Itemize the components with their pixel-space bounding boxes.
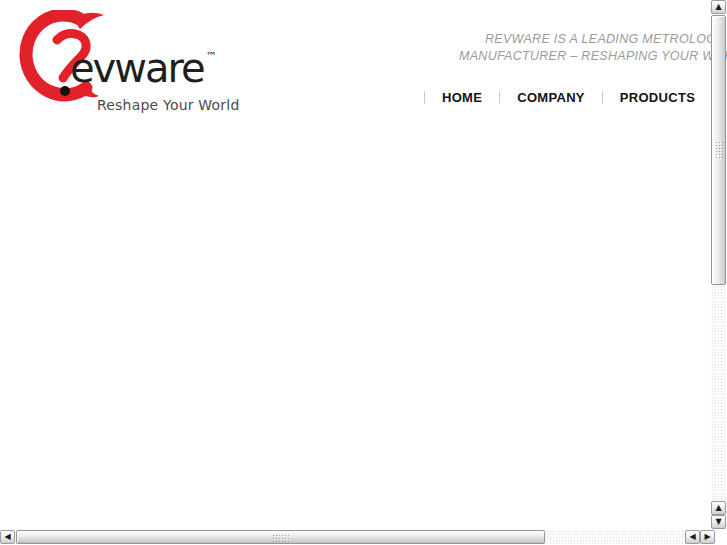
trademark-symbol: ™: [206, 50, 217, 63]
logo-tagline: Reshape Your World: [97, 97, 239, 113]
thumb-grip-icon: [272, 534, 290, 542]
nav-item-products[interactable]: PRODUCTS: [603, 90, 712, 105]
horizontal-scrollbar-thumb[interactable]: [16, 530, 545, 544]
scroll-up-button[interactable]: ▲: [711, 0, 726, 14]
scroll-down-icon: ▼: [715, 518, 721, 526]
thumb-grip-icon: [715, 141, 723, 159]
scroll-up-icon: ▲: [715, 504, 721, 512]
vertical-scrollbar-thumb[interactable]: [711, 15, 726, 285]
vertical-scrollbar[interactable]: ▲ ▲ ▼: [711, 0, 726, 529]
scroll-left-icon: ◀: [4, 533, 10, 541]
hero-text-line-2: MANUFACTURER – RESHAPING YOUR WOR: [459, 49, 727, 63]
hero-text-line-1: REVWARE IS A LEADING METROLOGY: [485, 32, 725, 46]
scroll-up-icon: ▲: [715, 3, 721, 11]
scroll-left-button-right[interactable]: ◀: [685, 530, 700, 544]
scroll-left-icon: ◀: [689, 533, 695, 541]
main-nav: HOME COMPANY PRODUCTS: [424, 88, 713, 106]
brand-wordmark: evware™: [70, 48, 217, 88]
brand-word: evware: [70, 45, 204, 91]
scroll-down-button[interactable]: ▼: [711, 515, 726, 529]
nav-item-home[interactable]: HOME: [425, 90, 499, 105]
scroll-right-icon: ▶: [704, 533, 710, 541]
revware-logo[interactable]: evware™ Reshape Your World: [14, 10, 244, 110]
horizontal-scrollbar[interactable]: ◀ ◀ ▶: [0, 530, 713, 544]
browser-viewport: evware™ Reshape Your World REVWARE IS A …: [0, 0, 727, 545]
scroll-up-button-bottom[interactable]: ▲: [711, 501, 726, 515]
scroll-left-button[interactable]: ◀: [0, 530, 15, 544]
nav-item-company[interactable]: COMPANY: [500, 90, 602, 105]
scroll-right-button[interactable]: ▶: [700, 530, 715, 544]
